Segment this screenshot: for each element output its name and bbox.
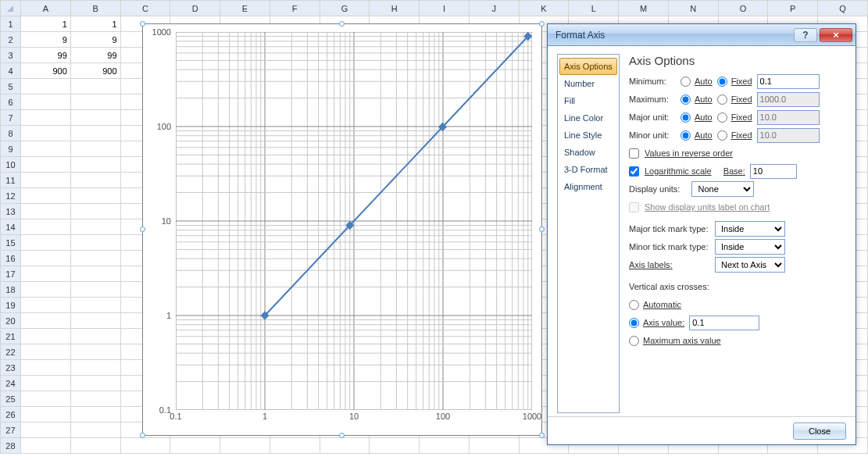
- axis-labels-select[interactable]: Next to Axis: [715, 257, 785, 273]
- column-header[interactable]: N: [668, 1, 718, 16]
- embedded-chart[interactable]: 0.11101001000 0.11101001000: [142, 23, 542, 436]
- cell[interactable]: [70, 423, 120, 438]
- cell[interactable]: [70, 360, 120, 376]
- cell[interactable]: [20, 344, 70, 360]
- log-scale-checkbox[interactable]: Logarithmic scale: [629, 166, 712, 177]
- row-header[interactable]: 2: [1, 32, 21, 48]
- cell[interactable]: [70, 407, 120, 423]
- nav-item[interactable]: Axis Options: [559, 58, 617, 75]
- cell[interactable]: [20, 219, 70, 235]
- cell[interactable]: [20, 126, 70, 141]
- cell[interactable]: [70, 391, 120, 407]
- row-header[interactable]: 23: [1, 360, 21, 376]
- cell[interactable]: 1: [70, 16, 120, 32]
- column-header[interactable]: M: [619, 1, 669, 16]
- maximum-auto-radio[interactable]: Auto: [680, 94, 713, 105]
- row-header[interactable]: 19: [1, 298, 21, 313]
- cell[interactable]: 9: [20, 32, 70, 48]
- column-header[interactable]: O: [718, 1, 768, 16]
- cell[interactable]: 99: [70, 48, 120, 63]
- cell[interactable]: [20, 438, 70, 454]
- close-button[interactable]: Close: [793, 423, 846, 440]
- column-header[interactable]: C: [120, 1, 170, 16]
- cell[interactable]: [20, 251, 70, 266]
- cell[interactable]: [70, 282, 120, 298]
- cell[interactable]: [70, 110, 120, 126]
- cell[interactable]: [20, 94, 70, 110]
- select-all-corner[interactable]: [1, 1, 21, 16]
- cell[interactable]: [20, 423, 70, 438]
- cell[interactable]: [20, 391, 70, 407]
- row-header[interactable]: 21: [1, 329, 21, 344]
- cell[interactable]: [20, 204, 70, 219]
- cell[interactable]: [20, 110, 70, 126]
- row-header[interactable]: 18: [1, 282, 21, 298]
- cell[interactable]: [20, 141, 70, 157]
- row-header[interactable]: 27: [1, 423, 21, 438]
- cell[interactable]: [20, 329, 70, 344]
- cell[interactable]: [70, 344, 120, 360]
- crosses-max-radio[interactable]: Maximum axis value: [629, 336, 721, 346]
- cell[interactable]: 1: [20, 16, 70, 32]
- cell[interactable]: [120, 438, 170, 454]
- nav-item[interactable]: Fill: [559, 92, 617, 109]
- row-header[interactable]: 3: [1, 48, 21, 63]
- crosses-axis-value-input[interactable]: [689, 316, 759, 330]
- cell[interactable]: [70, 298, 120, 313]
- row-header[interactable]: 9: [1, 141, 21, 157]
- cell[interactable]: 900: [20, 63, 70, 79]
- cell[interactable]: 900: [70, 63, 120, 79]
- row-header[interactable]: 14: [1, 219, 21, 235]
- cell[interactable]: [70, 204, 120, 219]
- cell[interactable]: [70, 157, 120, 173]
- cell[interactable]: [70, 219, 120, 235]
- cell[interactable]: [70, 376, 120, 391]
- column-header[interactable]: E: [220, 1, 270, 16]
- row-header[interactable]: 26: [1, 407, 21, 423]
- row-header[interactable]: 24: [1, 376, 21, 391]
- cell[interactable]: [70, 173, 120, 188]
- major-tick-select[interactable]: Inside: [715, 221, 785, 237]
- cell[interactable]: [70, 251, 120, 266]
- cell[interactable]: [420, 438, 470, 454]
- row-header[interactable]: 10: [1, 157, 21, 173]
- cell[interactable]: [70, 266, 120, 282]
- maximum-input[interactable]: [757, 92, 820, 107]
- row-header[interactable]: 6: [1, 94, 21, 110]
- cell[interactable]: [70, 94, 120, 110]
- nav-item[interactable]: Shadow: [559, 144, 617, 161]
- cell[interactable]: [170, 438, 220, 454]
- cell[interactable]: [469, 438, 519, 454]
- cell[interactable]: [270, 438, 320, 454]
- row-header[interactable]: 25: [1, 391, 21, 407]
- row-header[interactable]: 7: [1, 110, 21, 126]
- cell[interactable]: [70, 438, 120, 454]
- row-header[interactable]: 8: [1, 126, 21, 141]
- row-header[interactable]: 22: [1, 344, 21, 360]
- cell[interactable]: [20, 188, 70, 204]
- major-auto-radio[interactable]: Auto: [680, 112, 713, 123]
- column-header[interactable]: F: [270, 1, 320, 16]
- cell[interactable]: [20, 360, 70, 376]
- column-header[interactable]: B: [70, 1, 120, 16]
- cell[interactable]: 99: [20, 48, 70, 63]
- nav-item[interactable]: Line Color: [559, 109, 617, 127]
- cell[interactable]: [20, 266, 70, 282]
- column-header[interactable]: J: [469, 1, 519, 16]
- cell[interactable]: [20, 376, 70, 391]
- row-header[interactable]: 1: [1, 16, 21, 32]
- cell[interactable]: [20, 407, 70, 423]
- column-header[interactable]: P: [768, 1, 818, 16]
- crosses-automatic-radio[interactable]: Automatic: [629, 300, 681, 310]
- cell[interactable]: [70, 79, 120, 94]
- chart-plot-area[interactable]: [176, 32, 532, 410]
- cell[interactable]: [20, 313, 70, 329]
- column-header[interactable]: I: [420, 1, 470, 16]
- nav-item[interactable]: Line Style: [559, 127, 617, 144]
- row-header[interactable]: 20: [1, 313, 21, 329]
- column-header[interactable]: G: [320, 1, 370, 16]
- cell[interactable]: [70, 235, 120, 251]
- help-button[interactable]: ?: [794, 28, 817, 42]
- nav-item[interactable]: Number: [559, 75, 617, 92]
- major-unit-input[interactable]: [757, 110, 820, 125]
